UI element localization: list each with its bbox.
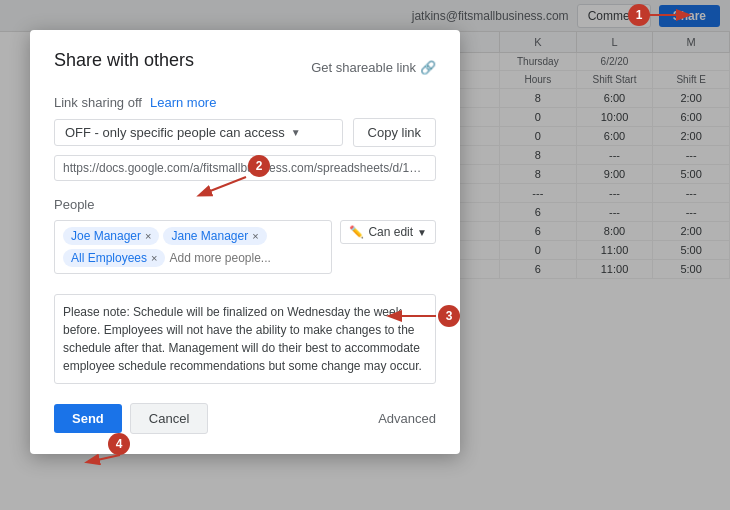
annotation-3: 3 <box>438 305 460 327</box>
tag-all-employees: All Employees × <box>63 249 165 267</box>
can-edit-label: Can edit <box>368 225 413 239</box>
can-edit-button[interactable]: ✏️ Can edit ▼ <box>340 220 436 244</box>
tag-all-remove[interactable]: × <box>151 252 157 264</box>
annotation-circle-2: 2 <box>248 155 270 177</box>
annotation-1: 1 <box>628 4 650 26</box>
annotation-circle-3: 3 <box>438 305 460 327</box>
access-option-text: OFF - only specific people can access <box>65 125 285 140</box>
annotation-circle-4: 4 <box>108 433 130 455</box>
pencil-icon: ✏️ <box>349 225 364 239</box>
access-row: OFF - only specific people can access ▼ … <box>54 118 436 147</box>
access-dropdown[interactable]: OFF - only specific people can access ▼ <box>54 119 343 146</box>
tag-jane-manager: Jane Manager × <box>163 227 266 245</box>
tag-joe-manager: Joe Manager × <box>63 227 159 245</box>
advanced-link[interactable]: Advanced <box>378 411 436 426</box>
dialog-title: Share with others <box>54 50 194 71</box>
add-people-input[interactable] <box>169 251 323 265</box>
cancel-button[interactable]: Cancel <box>130 403 208 434</box>
dropdown-arrow-icon: ▼ <box>291 127 301 138</box>
shareable-link-row: Share with others Get shareable link 🔗 <box>54 50 436 85</box>
learn-more-link[interactable]: Learn more <box>150 95 216 110</box>
link-icon: 🔗 <box>420 60 436 75</box>
annotation-4: 4 <box>108 433 130 455</box>
dialog-footer: Send Cancel Advanced <box>54 403 436 434</box>
copy-link-button[interactable]: Copy link <box>353 118 436 147</box>
url-field[interactable]: https://docs.google.com/a/fitsmallbusine… <box>54 155 436 181</box>
link-sharing-label: Link sharing off <box>54 95 142 110</box>
tag-joe-remove[interactable]: × <box>145 230 151 242</box>
link-sharing-row: Link sharing off Learn more <box>54 95 436 110</box>
share-dialog: Share with others Get shareable link 🔗 L… <box>30 30 460 454</box>
tag-jane-label: Jane Manager <box>171 229 248 243</box>
tag-jane-remove[interactable]: × <box>252 230 258 242</box>
people-label: People <box>54 197 436 212</box>
note-textarea[interactable] <box>54 294 436 384</box>
people-input[interactable]: Joe Manager × Jane Manager × All Employe… <box>54 220 332 274</box>
shareable-link-label: Get shareable link <box>311 60 416 75</box>
can-edit-dropdown-icon: ▼ <box>417 227 427 238</box>
annotation-2: 2 <box>248 155 270 177</box>
tag-joe-label: Joe Manager <box>71 229 141 243</box>
tag-all-label: All Employees <box>71 251 147 265</box>
annotation-circle-1: 1 <box>628 4 650 26</box>
people-area: Joe Manager × Jane Manager × All Employe… <box>54 220 436 284</box>
send-button[interactable]: Send <box>54 404 122 433</box>
shareable-link-area[interactable]: Get shareable link 🔗 <box>311 60 436 75</box>
